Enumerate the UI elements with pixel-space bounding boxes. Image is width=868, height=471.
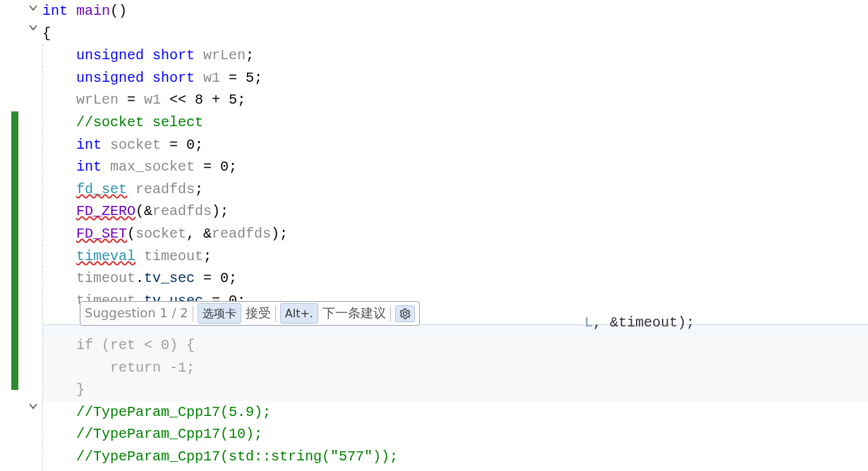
code-line[interactable]: //socket select [42,111,868,134]
gear-icon [399,307,411,320]
code-line[interactable]: unsigned short wrLen; [42,44,868,67]
code-editor[interactable]: int main() { unsigned short wrLen; unsig… [0,0,868,471]
code-line[interactable]: //TypeParam_Cpp17(5.9); [42,401,868,424]
code-line[interactable]: int socket = 0; [42,134,868,157]
suggestion-counter: Suggestion 1 / 2 [85,303,188,323]
code-line[interactable]: timeval timeout; [42,245,868,268]
code-line[interactable]: int max_socket = 0; [42,156,868,178]
code-line[interactable]: wrLen = w1 << 8 + 5; [42,89,868,111]
chevron-down-icon[interactable] [28,3,38,13]
code-line[interactable]: { [42,23,868,45]
next-suggestion-label[interactable]: 下一条建议 [323,303,386,323]
chevron-down-icon[interactable] [28,401,38,411]
ghost-suggestion-line: } [42,379,868,401]
accept-label[interactable]: 接受 [246,303,271,323]
code-line[interactable]: //TypeParam_Cpp17(std::string("577")); [42,446,868,468]
separator [275,306,276,322]
separator [390,306,391,322]
ghost-suggestion-line: if (ret < 0) { [42,334,868,357]
code-line[interactable]: FD_SET(socket, &readfds); [42,223,868,245]
tab-key-hint: 选项卡 [198,303,241,324]
suggestion-settings-button[interactable] [395,305,415,322]
suggestion-toolbar[interactable]: Suggestion 1 / 2 选项卡 接受 Alt+. 下一条建议 [80,301,420,326]
code-line[interactable]: FD_ZERO(&readfds); [42,200,868,223]
code-line[interactable]: unsigned short w1 = 5; [42,67,868,90]
code-line[interactable]: return 0; [42,467,868,471]
alt-key-hint: Alt+. [280,303,318,324]
ghost-suggestion-line: return -1; [42,357,868,379]
code-line[interactable]: //TypeParam_Cpp17(10); [42,423,868,446]
gutter-change-marker [11,111,18,390]
code-line[interactable]: timeout.tv_sec = 0; [42,267,868,290]
code-line[interactable]: int main() [42,0,868,23]
code-line[interactable]: fd_set readfds; [42,178,868,201]
separator [193,306,193,322]
chevron-down-icon[interactable] [28,23,38,32]
